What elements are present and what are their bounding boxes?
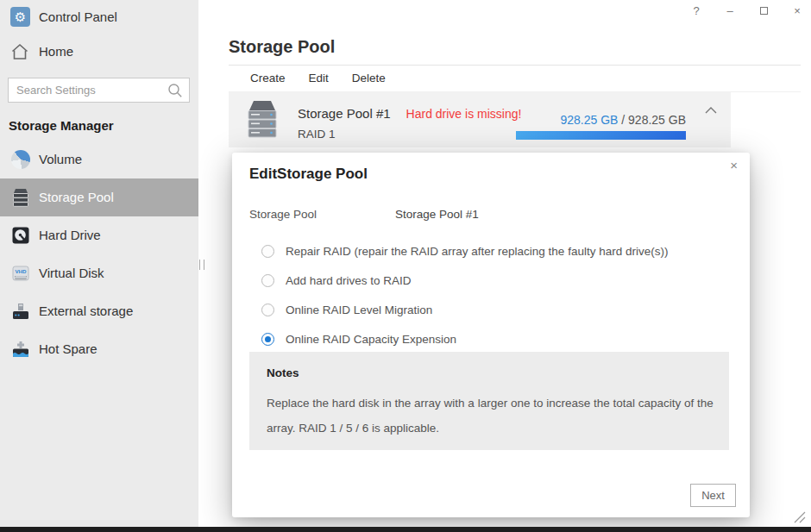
virtual-disk-icon: VHD bbox=[10, 263, 31, 284]
pool-name: Storage Pool #1 bbox=[298, 106, 391, 121]
radio-icon[interactable] bbox=[261, 274, 274, 287]
search-input[interactable] bbox=[9, 78, 189, 102]
sidebar-resize-handle[interactable] bbox=[199, 260, 204, 270]
app-window: ⚙ Control Panel Home Storage Manager Vol… bbox=[0, 0, 811, 532]
delete-button[interactable]: Delete bbox=[352, 72, 386, 84]
usage-separator: / bbox=[618, 113, 628, 127]
notes-title: Notes bbox=[267, 366, 712, 379]
sidebar-item-hot-spare[interactable]: Hot Spare bbox=[0, 330, 198, 368]
dialog-title: EditStorage Pool bbox=[249, 166, 368, 183]
option-online-raid-capacity-expension[interactable]: Online RAID Capacity Expension bbox=[261, 324, 668, 354]
hot-spare-icon bbox=[10, 339, 31, 360]
storage-pool-server-icon bbox=[244, 99, 280, 141]
pool-progress-fill bbox=[516, 131, 686, 140]
edit-button[interactable]: Edit bbox=[309, 72, 329, 84]
storage-pool-row[interactable]: Storage Pool #1Hard drive is missing! RA… bbox=[229, 92, 731, 147]
maximize-button[interactable] bbox=[758, 3, 770, 19]
notes-body: Replace the hard disk in the array with … bbox=[267, 391, 719, 441]
dialog-close-icon[interactable]: × bbox=[730, 158, 738, 172]
radio-icon[interactable] bbox=[261, 333, 274, 346]
divider bbox=[229, 65, 801, 66]
option-online-raid-level-migration[interactable]: Online RAID Level Migration bbox=[261, 295, 668, 324]
home-icon bbox=[9, 41, 30, 62]
search-icon[interactable] bbox=[167, 82, 184, 99]
help-button[interactable]: ? bbox=[690, 3, 702, 19]
dialog-field-label: Storage Pool bbox=[249, 208, 317, 221]
sidebar-item-external-storage[interactable]: External storage bbox=[0, 292, 198, 330]
window-bottom-bar bbox=[0, 527, 811, 532]
edit-storage-pool-dialog: × EditStorage Pool Storage Pool Storage … bbox=[232, 153, 750, 517]
page-title: Storage Pool bbox=[229, 37, 335, 57]
control-panel-gear-icon: ⚙ bbox=[10, 7, 30, 27]
external-storage-icon bbox=[10, 301, 31, 322]
pool-total: 928.25 GB bbox=[628, 113, 686, 127]
sidebar-item-home[interactable]: Home bbox=[0, 38, 198, 66]
action-menu: Create Edit Delete bbox=[250, 72, 386, 84]
pool-raid-level: RAID 1 bbox=[298, 128, 336, 141]
section-header-storage-manager: Storage Manager bbox=[9, 118, 114, 133]
resize-grip-icon[interactable] bbox=[794, 511, 806, 523]
pool-warning: Hard drive is missing! bbox=[406, 107, 522, 121]
control-panel-header[interactable]: ⚙ Control Panel bbox=[0, 4, 198, 30]
home-label: Home bbox=[39, 38, 73, 66]
minimize-button[interactable]: – bbox=[724, 3, 736, 19]
pool-used: 928.25 GB bbox=[560, 113, 618, 127]
notes-panel: Notes Replace the hard disk in the array… bbox=[249, 352, 729, 450]
storage-pool-icon bbox=[10, 187, 31, 208]
dialog-field-value: Storage Pool #1 bbox=[395, 208, 479, 221]
radio-icon[interactable] bbox=[261, 245, 274, 258]
sidebar-item-storage-pool[interactable]: Storage Pool bbox=[0, 178, 198, 216]
option-add-hard-drives[interactable]: Add hard drives to RAID bbox=[261, 266, 668, 295]
hard-drive-icon bbox=[10, 225, 31, 246]
next-button[interactable]: Next bbox=[690, 484, 736, 507]
close-window-button[interactable]: × bbox=[791, 3, 803, 19]
window-controls: ? – × bbox=[690, 3, 803, 19]
pool-usage: 928.25 GB / 928.25 GB bbox=[560, 113, 686, 127]
sidebar-item-virtual-disk[interactable]: VHD Virtual Disk bbox=[0, 254, 198, 292]
control-panel-label: Control Panel bbox=[39, 4, 117, 30]
radio-icon[interactable] bbox=[261, 304, 274, 316]
collapse-chevron-icon[interactable] bbox=[704, 106, 718, 115]
sidebar-item-hard-drive[interactable]: Hard Drive bbox=[0, 216, 198, 254]
sidebar: ⚙ Control Panel Home Storage Manager Vol… bbox=[0, 0, 198, 527]
sidebar-item-volume[interactable]: Volume bbox=[0, 141, 198, 178]
search-box bbox=[8, 78, 190, 103]
option-repair-raid[interactable]: Repair RAID (repair the RAID array after… bbox=[261, 236, 668, 266]
raid-options: Repair RAID (repair the RAID array after… bbox=[261, 236, 668, 354]
svg-text:VHD: VHD bbox=[15, 268, 27, 274]
maximize-icon bbox=[760, 7, 768, 15]
create-button[interactable]: Create bbox=[250, 72, 286, 84]
volume-icon bbox=[10, 149, 31, 170]
pool-progress-bar bbox=[516, 131, 686, 140]
